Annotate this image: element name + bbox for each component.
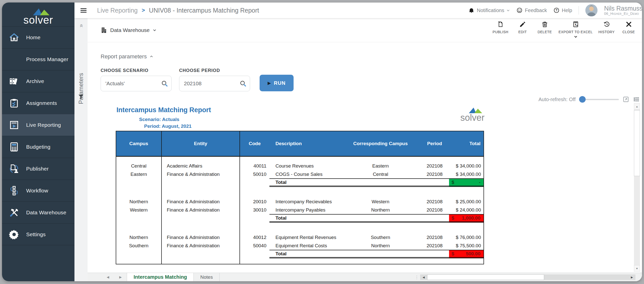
total-amount: 500.00 — [466, 251, 480, 257]
column-header-period: Period — [420, 131, 449, 156]
parameter-label: CHOOSE SCENARIO — [101, 68, 172, 73]
publish-button[interactable]: PUBLISH — [491, 20, 510, 35]
sheet-nav-right-icon[interactable]: ▶ — [119, 275, 122, 279]
building-icon — [101, 27, 107, 33]
report-title: Intercampus Matching Report — [116, 106, 211, 114]
top-bar: Live Reporting > UNIV08 - Intercampus Ma… — [74, 3, 642, 18]
table-total-row: Total$1,000.00 — [116, 214, 484, 223]
app-window: solver HomeProcess ManagerArchiveAssignm… — [2, 3, 642, 281]
archive-icon — [2, 76, 26, 87]
run-button[interactable]: ▶RUN — [260, 75, 294, 91]
total-amount-cell: $- — [449, 178, 484, 187]
total-amount: 1,000.00 — [462, 215, 480, 221]
delete-button[interactable]: DELETE — [535, 20, 554, 35]
table-cell: $ 34,000.00 — [449, 170, 484, 178]
report-toolbar: Data Warehouse PUBLISHEDITDELETEXEXPORT … — [88, 18, 642, 42]
toolbar-action-label: PUBLISH — [493, 30, 508, 34]
search-icon[interactable] — [161, 80, 168, 87]
menu-hamburger-icon[interactable] — [80, 7, 87, 14]
vertical-scroll-thumb[interactable] — [634, 110, 640, 176]
filter-icon[interactable] — [78, 94, 84, 100]
scroll-up-button[interactable]: ▲ — [634, 103, 640, 110]
horizontal-scrollbar[interactable]: ◀ ▶ — [420, 274, 635, 280]
scroll-down-button[interactable]: ▼ — [634, 265, 640, 272]
sidebar-item-assignments[interactable]: Assignments — [2, 92, 74, 114]
sidebar-item-archive[interactable]: Archive — [2, 70, 74, 92]
sidebar-item-workflow[interactable]: Workflow — [2, 180, 74, 201]
column-header-description: Description — [269, 131, 341, 156]
help-button[interactable]: ? Help — [553, 7, 572, 13]
horizontal-scroll-thumb[interactable] — [427, 274, 544, 280]
table-row: EasternFinance & Administration50010COGS… — [116, 170, 484, 178]
table-spacer-row — [116, 187, 484, 192]
total-currency: $ — [452, 180, 454, 185]
toolbar-action-label: DELETE — [538, 30, 552, 34]
total-currency: $ — [452, 215, 454, 221]
history-button[interactable]: HISTORY — [597, 20, 616, 35]
total-currency: $ — [452, 251, 454, 257]
close-icon — [625, 21, 632, 29]
total-label: Total — [269, 250, 449, 258]
parameters-vertical-label[interactable]: Parameters — [74, 56, 88, 121]
sidebar-nav: HomeProcess ManagerArchiveAssignmentsLiv… — [2, 26, 74, 245]
close-button[interactable]: CLOSE — [619, 20, 638, 35]
slider-handle[interactable] — [579, 96, 586, 103]
table-row: WesternFinance & Administration30010Inte… — [116, 206, 484, 214]
edit-button[interactable]: EDIT — [513, 20, 532, 35]
vertical-scrollbar[interactable]: ▲ ▼ — [634, 103, 640, 272]
edit-icon — [519, 21, 526, 29]
report-parameters-heading[interactable]: Report parameters — [101, 53, 153, 60]
table-cell: Central — [341, 170, 420, 178]
table-cell: 20010 — [240, 197, 269, 206]
sidebar-item-home[interactable]: Home — [2, 26, 74, 48]
export-to-excel-button[interactable]: XEXPORT TO EXCEL — [557, 20, 594, 40]
table-cell: 202108 — [420, 233, 449, 241]
report-table: CampusEntityCodeDescriptionCorresponding… — [116, 131, 484, 264]
sheet-tab-nav: ◀ ▶ — [88, 273, 127, 281]
sheet-tab-intercampus-matching[interactable]: Intercampus Matching — [127, 273, 194, 281]
sheet-tab-notes[interactable]: Notes — [194, 273, 220, 281]
sidebar-item-live-reporting[interactable]: Live Reporting — [2, 114, 74, 136]
sidebar-item-settings[interactable]: Settings — [2, 223, 74, 245]
assignments-icon — [2, 98, 26, 108]
sidebar-item-budgeting[interactable]: Budgeting — [2, 136, 74, 158]
sidebar-item-process-manager[interactable]: Process Manager — [2, 48, 74, 70]
table-cell: 50040 — [240, 241, 269, 250]
table-cell: 202108 — [420, 197, 449, 206]
scroll-left-button[interactable]: ◀ — [420, 274, 427, 280]
user-avatar[interactable] — [585, 4, 597, 16]
table-row: NorthernFinance & Administration20010Int… — [116, 197, 484, 206]
sidebar: solver HomeProcess ManagerArchiveAssignm… — [2, 3, 74, 281]
table-cell: Intercompany Payables — [269, 206, 341, 214]
sheet-nav-left-icon[interactable]: ◀ — [107, 275, 109, 279]
notifications-button[interactable]: Notifications — [468, 7, 510, 13]
sidebar-item-data-warehouse[interactable]: Data Warehouse — [2, 201, 74, 223]
scroll-right-button[interactable]: ▶ — [628, 274, 635, 280]
open-in-new-window-icon[interactable] — [622, 96, 629, 103]
smiley-icon — [516, 7, 522, 13]
horizontal-scroll-track[interactable] — [544, 274, 628, 280]
sidebar-item-label: Data Warehouse — [26, 210, 66, 216]
table-spacer-row — [116, 157, 484, 162]
total-amount: - — [479, 180, 480, 185]
collapse-parameters-icon[interactable]: » — [77, 19, 85, 32]
user-block[interactable]: Nils Rasmussen 06_Higher_Ed_Demo — [604, 5, 642, 16]
data-source-selector[interactable]: Data Warehouse — [101, 27, 156, 33]
total-label: Total — [269, 214, 449, 223]
chevron-down-icon — [153, 28, 156, 32]
solver-logo: solver — [2, 3, 74, 26]
table-cell: $ 24,000.00 — [449, 206, 484, 214]
sidebar-item-label: Process Manager — [26, 56, 68, 62]
auto-refresh-slider[interactable] — [579, 96, 619, 103]
table-cell: $ 75,500.00 — [449, 241, 484, 250]
table-grid-icon[interactable] — [633, 96, 640, 103]
feedback-button[interactable]: Feedback — [516, 7, 547, 13]
sidebar-item-publisher[interactable]: Publisher — [2, 158, 74, 180]
breadcrumb-section[interactable]: Live Reporting — [97, 7, 138, 14]
table-cell: $ 34,000.00 — [449, 162, 484, 170]
breadcrumb-page-title: UNIV08 - Intercampus Matching Report — [149, 7, 259, 14]
search-icon[interactable] — [239, 80, 247, 87]
budgeting-icon — [2, 142, 26, 152]
table-cell: Northern — [341, 241, 420, 250]
table-cell: $ 25,000.00 — [449, 197, 484, 206]
